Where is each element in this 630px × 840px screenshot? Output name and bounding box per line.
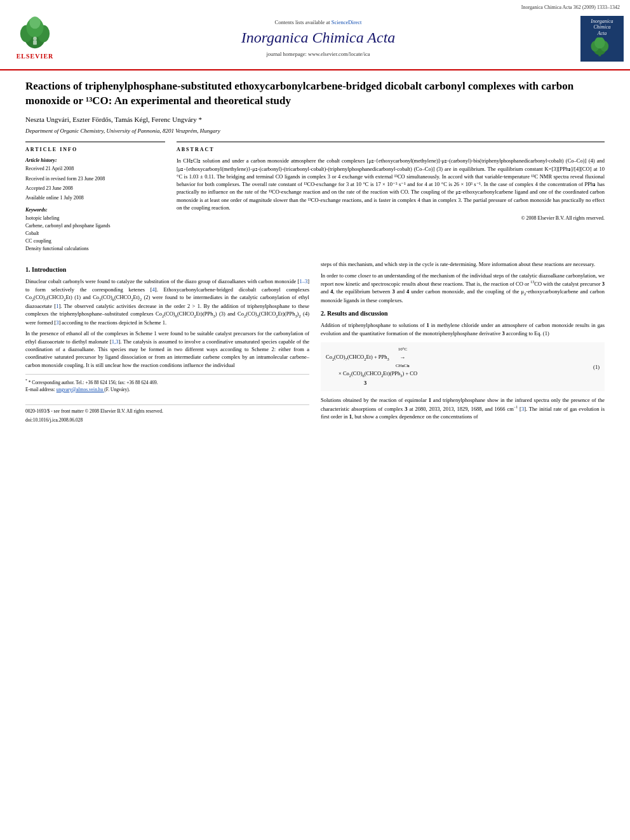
ref-link-3c[interactable]: 3 [521, 405, 524, 411]
journal-title-block: Contents lists available at ScienceDirec… [64, 19, 573, 58]
section2-para1: Addition of triphenylphosphane to soluti… [321, 321, 605, 337]
affiliation-line: Department of Organic Chemistry, Univers… [25, 127, 605, 135]
keyword-4: CC coupling [25, 237, 165, 245]
keyword-2: Carbene, carbonyl and phosphane ligands [25, 222, 165, 230]
received-date: Received 21 April 2008 [25, 165, 165, 172]
equation-1-reactants: Co2(CO)7(CHCO2Et) + PPh3 [326, 354, 389, 360]
corr-text-1: * * Corresponding author. Tel.: +36 88 6… [25, 378, 309, 386]
body-columns: 1. Introduction Dinuclear cobalt carbony… [25, 260, 605, 423]
body-left-column: 1. Introduction Dinuclear cobalt carbony… [25, 260, 309, 423]
accepted-date: Accepted 23 June 2008 [25, 185, 165, 192]
ref-link-1[interactable]: 1 [56, 303, 58, 309]
body-right-column: steps of this mechanism, and which step … [321, 260, 605, 423]
corresponding-author-note: * * Corresponding author. Tel.: +36 88 6… [25, 374, 309, 393]
authors-text: Neszta Ungvári, Eszter Fördős, Tamás Kég… [25, 116, 202, 123]
journal-logo-right: InorganicaChimicaActa [573, 16, 624, 62]
abstract-text: In CH₂Cl₂ solution and under a carbon mo… [177, 157, 605, 211]
ref-link-4[interactable]: 4 [152, 286, 155, 293]
star-sup: * [25, 378, 27, 382]
journal-logo-title: InorganicaChimicaActa [591, 18, 613, 37]
section1-right-para1: steps of this mechanism, and which step … [321, 260, 605, 268]
article-info-title: ARTICLE INFO [25, 146, 165, 153]
journal-header: Inorganica Chimica Acta 362 (2009) 1333–… [0, 0, 630, 70]
section1-title: 1. Introduction [25, 265, 309, 274]
history-label: Article history: [25, 157, 165, 164]
available-date: Available online 1 July 2008 [25, 194, 165, 201]
section2-title: 2. Results and discussion [321, 309, 605, 318]
ref-link-1-3b[interactable]: 1,3 [112, 338, 119, 345]
article-title: Reactions of triphenylphosphane-substitu… [25, 79, 605, 109]
article-footer: 0020-1693/$ - see front matter © 2008 El… [25, 404, 309, 423]
keyword-1: Isotopic labeling [25, 215, 165, 222]
equation-1-block: Co2(CO)7(CHCO2Et) + PPh3 10°C → CH₂Cl₂ ×… [321, 342, 605, 391]
section1-para1: Dinuclear cobalt carbonyls were found to… [25, 277, 309, 326]
keywords-label: Keywords: [25, 206, 165, 213]
elsevier-logo: ELSEVIER [6, 12, 64, 65]
equation-1-label3: 3 [364, 379, 600, 388]
revised-date: Received in revised form 23 June 2008 [25, 175, 165, 182]
sciencedirect-link[interactable]: ScienceDirect [332, 19, 362, 25]
journal-meta-top: Inorganica Chimica Acta 362 (2009) 1333–… [0, 0, 630, 12]
footer-doi: doi:10.1016/j.ica.2008.06.028 [25, 417, 309, 424]
keyword-5: Density functional calculations [25, 245, 165, 253]
svg-rect-7 [33, 41, 37, 45]
abstract-title: ABSTRACT [177, 146, 605, 153]
info-abstract-columns: ARTICLE INFO Article history: Received 2… [25, 142, 605, 253]
authors-line: Neszta Ungvári, Eszter Fördős, Tamás Kég… [25, 115, 605, 124]
contents-text: Contents lists available at [275, 19, 330, 25]
equation-1-products: × Co2(CO)6(CHCO2Et)(PPh3) + CO [338, 370, 417, 377]
keywords-list: Isotopic labeling Carbene, carbonyl and … [25, 215, 165, 253]
journal-logo-box: InorganicaChimicaActa [580, 16, 624, 62]
elsevier-brand-text: ELSEVIER [17, 52, 54, 61]
equation-1-number: (1) [593, 363, 600, 372]
journal-header-inner: ELSEVIER Contents lists available at Sci… [0, 12, 630, 65]
section1-right-para2: In order to come closer to an understand… [321, 272, 605, 305]
svg-point-6 [33, 37, 37, 41]
section1-para2: In the presence of ethanol all of the co… [25, 330, 309, 369]
abstract-column: ABSTRACT In CH₂Cl₂ solution and under a … [177, 142, 605, 253]
keyword-3: Cobalt [25, 230, 165, 237]
section2-para2: Solutions obtained by the reaction of eq… [321, 396, 605, 420]
article-info-column: ARTICLE INFO Article history: Received 2… [25, 142, 165, 253]
journal-homepage: journal homepage: www.elsevier.com/locat… [64, 51, 573, 58]
email-link[interactable]: ungvary@almos.vein.hu [57, 387, 104, 392]
journal-citation: Inorganica Chimica Acta 362 (2009) 1333–… [521, 4, 620, 10]
ref-link-3[interactable]: 3 [56, 319, 58, 326]
elsevier-tree-icon [17, 16, 53, 51]
footer-license: 0020-1693/$ - see front matter © 2008 El… [25, 408, 309, 415]
journal-logo-icon [589, 37, 615, 58]
article-content: Reactions of triphenylphosphane-substitu… [0, 70, 630, 432]
equation-arrow: 10°C → CH₂Cl₂ [396, 354, 410, 360]
svg-point-5 [29, 17, 40, 29]
copyright-line: © 2008 Elsevier B.V. All rights reserved… [177, 215, 605, 222]
contents-line: Contents lists available at ScienceDirec… [64, 19, 573, 27]
corr-email: E-mail address: ungvary@almos.vein.hu (F… [25, 386, 309, 393]
page: Inorganica Chimica Acta 362 (2009) 1333–… [0, 0, 630, 840]
ref-link-1-3[interactable]: 1–3 [299, 278, 307, 284]
journal-main-title: Inorganica Chimica Acta [64, 27, 573, 49]
equation-1-content: Co2(CO)7(CHCO2Et) + PPh3 10°C → CH₂Cl₂ ×… [326, 346, 600, 387]
